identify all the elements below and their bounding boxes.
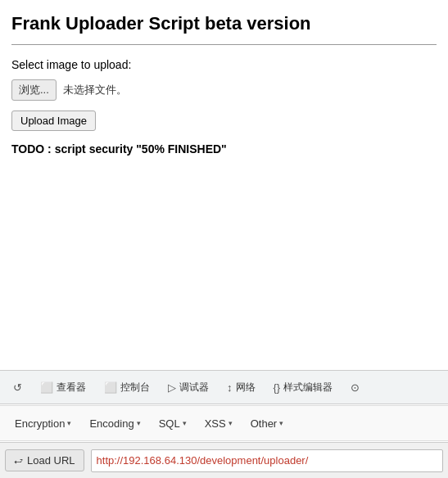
network-icon: ↕ (227, 381, 233, 394)
other-label: Other (251, 417, 278, 430)
debugger-label: 调试器 (179, 381, 209, 395)
file-name-label: 未选择文件。 (63, 83, 127, 97)
file-input-row: 浏览... 未选择文件。 (11, 79, 437, 101)
xss-arrow: ▾ (229, 419, 233, 427)
toolbar-other[interactable]: Other ▾ (242, 413, 292, 435)
todo-text: TODO : script security "50% FINISHED" (11, 142, 437, 156)
sql-label: SQL (159, 417, 180, 430)
encryption-arrow: ▾ (67, 419, 71, 427)
main-content: Frank Uploader Script beta version Selec… (0, 0, 448, 185)
divider (11, 44, 437, 45)
console-label: 控制台 (120, 381, 150, 395)
select-label: Select image to upload: (11, 58, 437, 71)
style-editor-icon: {} (274, 381, 281, 394)
devtools-tab-network[interactable]: ↕ 网络 (219, 376, 264, 399)
devtools-tab-refresh[interactable]: ↺ (5, 377, 30, 399)
toolbar-encryption[interactable]: Encryption ▾ (7, 413, 79, 435)
browse-button[interactable]: 浏览... (11, 79, 57, 101)
more-icon: ⊙ (351, 381, 360, 394)
xss-label: XSS (205, 417, 226, 430)
load-url-label: Load URL (27, 454, 75, 467)
url-input[interactable] (91, 449, 443, 472)
devtools-tab-debugger[interactable]: ▷ 调试器 (160, 376, 217, 399)
encryption-label: Encryption (15, 417, 65, 430)
debugger-icon: ▷ (168, 381, 176, 394)
inspector-label: 查看器 (57, 381, 86, 395)
style-editor-label: 样式编辑器 (283, 381, 333, 395)
upload-image-button[interactable]: Upload Image (11, 110, 96, 131)
network-label: 网络 (236, 381, 256, 395)
console-icon: ⬜ (104, 381, 117, 394)
toolbar-encoding[interactable]: Encoding ▾ (81, 413, 148, 435)
devtools-tab-style-editor[interactable]: {} 样式编辑器 (265, 376, 342, 399)
load-url-icon: ⮐ (14, 456, 23, 466)
toolbar-xss[interactable]: XSS ▾ (197, 413, 241, 435)
toolbar-sql[interactable]: SQL ▾ (151, 413, 195, 435)
encoding-label: Encoding (89, 417, 133, 430)
other-arrow: ▾ (279, 419, 283, 427)
inspector-icon: ⬜ (40, 381, 53, 394)
devtools-bar: ↺ ⬜ 查看器 ⬜ 控制台 ▷ 调试器 ↕ 网络 {} 样式编辑器 ⊙ (0, 370, 448, 404)
page-title: Frank Uploader Script beta version (11, 13, 437, 34)
refresh-icon: ↺ (13, 381, 22, 394)
devtools-tab-inspector[interactable]: ⬜ 查看器 (32, 376, 94, 399)
devtools-tab-console[interactable]: ⬜ 控制台 (96, 376, 158, 399)
sql-arrow: ▾ (183, 419, 187, 427)
toolbar-bar: Encryption ▾ Encoding ▾ SQL ▾ XSS ▾ Othe… (0, 405, 448, 441)
encoding-arrow: ▾ (137, 419, 141, 427)
url-bar: ⮐ Load URL (0, 442, 448, 478)
load-url-button[interactable]: ⮐ Load URL (5, 449, 84, 471)
devtools-tab-more[interactable]: ⊙ (342, 377, 368, 399)
